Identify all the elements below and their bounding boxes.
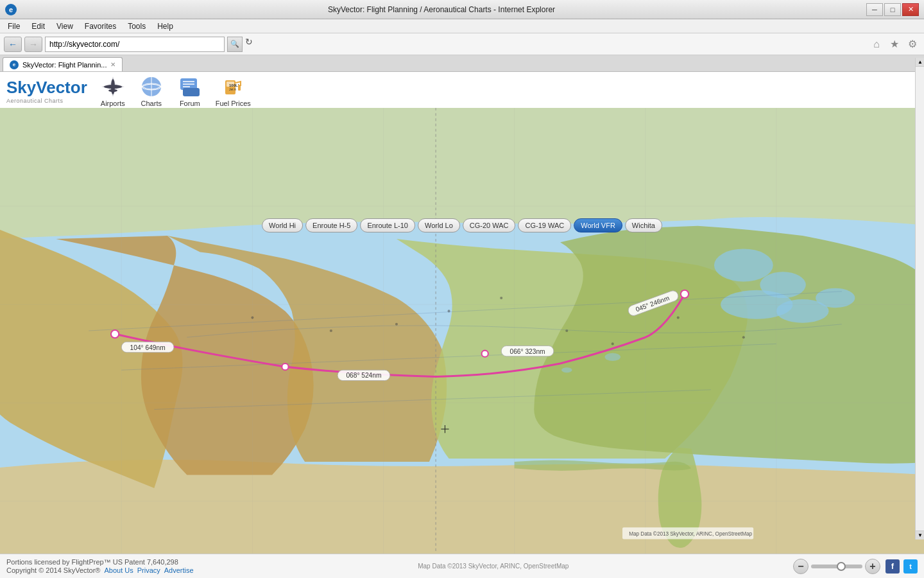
airports-icon	[100, 75, 126, 98]
svg-point-2	[104, 85, 122, 89]
chart-tab-world-hi[interactable]: World Hi	[262, 218, 303, 232]
svg-point-51	[482, 351, 488, 357]
tab-bar: e SkyVector: Flight Plannin... ✕	[0, 55, 924, 72]
minimize-button[interactable]: ─	[866, 3, 883, 16]
favorites-star-icon[interactable]: ★	[887, 37, 902, 52]
map-area[interactable]: 104° 649nm 068° 524nm 066° 323nm 045° 24…	[0, 108, 924, 554]
svg-text:Jet A: Jet A	[229, 87, 237, 91]
status-bar: Portions licensed by FlightPrep™ US Pate…	[0, 554, 924, 578]
scroll-up-button[interactable]: ▲	[916, 58, 924, 67]
refresh-button[interactable]: ↻	[245, 37, 261, 52]
logo-sky: Sky	[6, 78, 36, 98]
menu-file[interactable]: File	[3, 21, 25, 32]
footer-copyright: Copyright © 2014 SkyVector®	[6, 566, 100, 574]
fuel-prices-label: Fuel Prices	[216, 100, 251, 107]
zoom-out-button[interactable]: −	[793, 559, 809, 574]
menu-view[interactable]: View	[51, 21, 78, 32]
svg-point-19	[714, 249, 773, 281]
chart-tab-enroute-h5[interactable]: Enroute H-5	[305, 218, 357, 232]
svg-point-43	[612, 342, 614, 345]
svg-text:068° 524nm: 068° 524nm	[346, 372, 381, 379]
maximize-button[interactable]: □	[884, 3, 901, 16]
chart-tab-cg19[interactable]: CG-19 WAC	[518, 218, 572, 232]
svg-point-44	[677, 317, 680, 319]
svg-point-3	[108, 89, 117, 92]
menu-edit[interactable]: Edit	[26, 21, 50, 32]
svg-point-24	[604, 353, 620, 361]
forum-icon	[177, 75, 203, 98]
social-icons: f t	[886, 559, 918, 574]
map-attribution: Map Data ©2013 SkyVector, ARINC, OpenStr…	[418, 563, 569, 570]
facebook-icon[interactable]: f	[886, 559, 900, 574]
menu-help[interactable]: Help	[152, 21, 178, 32]
back-button[interactable]: ←	[4, 37, 22, 52]
right-scrollbar[interactable]: ▲ ▼	[915, 58, 924, 539]
nav-forum[interactable]: Forum	[177, 75, 203, 107]
svg-point-45	[742, 336, 745, 338]
svg-point-39	[395, 323, 398, 326]
tab-close-button[interactable]: ✕	[110, 61, 116, 68]
chart-tab-cg20[interactable]: CG-20 WAC	[463, 218, 516, 232]
home-button[interactable]: ⌂	[869, 37, 884, 52]
nav-charts[interactable]: Charts	[139, 75, 164, 107]
svg-text:104° 649nm: 104° 649nm	[130, 344, 166, 351]
svg-point-37	[251, 317, 253, 319]
svg-point-50	[282, 363, 288, 370]
tab-title: SkyVector: Flight Plannin...	[22, 61, 107, 69]
zoom-slider[interactable]	[811, 565, 862, 568]
search-icon[interactable]: 🔍	[227, 37, 243, 52]
address-input[interactable]	[45, 37, 225, 52]
chart-tab-enroute-l10[interactable]: Enroute L-10	[360, 218, 415, 232]
app-header: SkyVector Aeronautical Charts Airports	[0, 72, 924, 110]
advertise-link[interactable]: Advertise	[164, 566, 194, 574]
browser-tab-active[interactable]: e SkyVector: Flight Plannin... ✕	[3, 57, 123, 71]
logo-vector: Vector	[36, 78, 87, 98]
scroll-down-button[interactable]: ▼	[916, 530, 924, 539]
menu-bar: File Edit View Favorites Tools Help	[0, 19, 924, 33]
svg-point-52	[681, 290, 689, 298]
logo-subtitle: Aeronautical Charts	[6, 98, 64, 104]
skyvector-logo[interactable]: SkyVector Aeronautical Charts	[6, 78, 87, 104]
zoom-thumb[interactable]	[837, 562, 846, 571]
svg-text:066° 323nm: 066° 323nm	[510, 348, 545, 355]
fuel-icon: 100LL Jet A	[220, 75, 246, 98]
airports-label: Airports	[101, 100, 125, 107]
chart-tab-world-vfr[interactable]: World VFR	[574, 218, 622, 232]
charts-label: Charts	[141, 100, 162, 107]
chart-tab-wichita[interactable]: Wichita	[625, 218, 662, 232]
privacy-link[interactable]: Privacy	[137, 566, 160, 574]
chart-tabs: World Hi Enroute H-5 Enroute L-10 World …	[262, 218, 662, 232]
title-bar: e SkyVector: Flight Planning / Aeronauti…	[0, 0, 924, 19]
menu-favorites[interactable]: Favorites	[80, 21, 121, 32]
svg-point-23	[816, 288, 855, 308]
twitter-icon[interactable]: t	[903, 559, 918, 574]
svg-rect-8	[183, 88, 200, 96]
forward-button[interactable]: →	[24, 37, 42, 52]
ie-logo-icon: e	[5, 4, 17, 15]
zoom-controls: − +	[793, 559, 880, 574]
window-title: SkyVector: Flight Planning / Aeronautica…	[17, 5, 866, 14]
nav-fuel-prices[interactable]: 100LL Jet A Fuel Prices	[216, 75, 251, 107]
about-link[interactable]: About Us	[104, 566, 133, 574]
menu-tools[interactable]: Tools	[123, 21, 151, 32]
svg-point-38	[330, 329, 332, 332]
svg-text:Map Data ©2013 SkyVector, ARIN: Map Data ©2013 SkyVector, ARINC, OpenStr…	[629, 531, 752, 537]
map-canvas: 104° 649nm 068° 524nm 066° 323nm 045° 24…	[0, 108, 924, 554]
address-bar: ← → 🔍 ↻ ⌂ ★ ⚙	[0, 33, 924, 55]
svg-rect-16	[238, 85, 241, 91]
zoom-in-button[interactable]: +	[865, 559, 880, 574]
charts-icon	[139, 75, 164, 98]
close-button[interactable]: ✕	[902, 3, 919, 16]
window-controls: ─ □ ✕	[866, 3, 919, 16]
svg-point-49	[111, 330, 119, 338]
forum-label: Forum	[180, 100, 200, 107]
tools-icon[interactable]: ⚙	[905, 37, 920, 52]
svg-point-25	[561, 367, 572, 372]
svg-point-41	[500, 297, 502, 299]
flight-prep-copyright: Portions licensed by FlightPrep™ US Pate…	[6, 558, 194, 566]
chart-tab-world-lo[interactable]: World Lo	[418, 218, 460, 232]
nav-airports[interactable]: Airports	[100, 75, 126, 107]
tab-favicon: e	[10, 60, 19, 69]
